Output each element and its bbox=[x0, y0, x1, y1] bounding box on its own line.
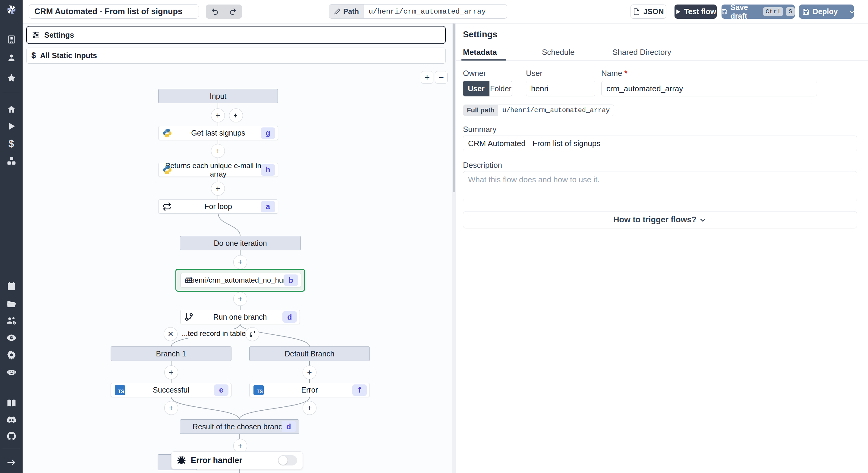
remove-branch-button[interactable]: ✕ bbox=[164, 327, 178, 341]
folders-icon[interactable] bbox=[0, 298, 23, 310]
add-step-button[interactable]: + bbox=[303, 401, 316, 415]
trigger-zap-button[interactable] bbox=[229, 108, 243, 122]
undo-button[interactable] bbox=[206, 4, 224, 19]
name-label: Name * bbox=[601, 69, 627, 78]
owner-label: Owner bbox=[463, 69, 486, 78]
node-branch-result[interactable]: Result of the chosen branch d bbox=[180, 419, 299, 434]
name-input[interactable] bbox=[601, 81, 817, 96]
add-step-button[interactable]: + bbox=[233, 255, 247, 269]
tab-metadata[interactable]: Metadata bbox=[463, 48, 497, 57]
error-handler-toggle[interactable] bbox=[278, 455, 297, 466]
save-icon bbox=[802, 8, 809, 15]
error-handler-card[interactable]: Error handler bbox=[171, 451, 303, 469]
path-value[interactable]: u/henri/crm_automated_array bbox=[364, 4, 491, 19]
node-do-one-iteration[interactable]: Do one iteration bbox=[180, 236, 301, 250]
step-id-badge: h bbox=[261, 164, 275, 176]
node-error[interactable]: TS Error f bbox=[249, 383, 370, 397]
workers-robot-icon[interactable] bbox=[0, 366, 23, 378]
required-asterisk: * bbox=[624, 69, 627, 78]
git-branch-icon bbox=[184, 312, 193, 321]
add-step-button[interactable]: + bbox=[164, 366, 178, 379]
deploy-button[interactable]: Deploy bbox=[798, 4, 842, 19]
add-step-button[interactable]: + bbox=[164, 401, 178, 415]
audit-eye-icon[interactable] bbox=[0, 332, 23, 344]
variables-dollar-icon[interactable]: $ bbox=[0, 137, 23, 150]
redo-button[interactable] bbox=[224, 4, 242, 19]
branch-condition-label: ...ted record in table' bbox=[179, 329, 250, 338]
flow-editor-panel: Settings $ All Static Inputs + − Input + bbox=[23, 24, 452, 473]
node-default-branch[interactable]: Default Branch bbox=[249, 346, 370, 361]
typescript-icon: TS bbox=[253, 385, 264, 395]
kbd-ctrl: Ctrl bbox=[763, 7, 783, 16]
owner-folder-option[interactable]: Folder bbox=[490, 81, 513, 96]
docs-book-icon[interactable] bbox=[0, 397, 23, 409]
chevron-down-icon bbox=[699, 216, 707, 224]
node-for-loop[interactable]: For loop a bbox=[158, 199, 278, 214]
step-id-badge: e bbox=[214, 384, 228, 396]
step-id-badge: d bbox=[281, 421, 296, 432]
discord-icon[interactable] bbox=[0, 414, 23, 426]
workspace-icon[interactable] bbox=[0, 33, 23, 45]
node-returns-emails[interactable]: Returns each unique e-mail in an array h bbox=[158, 163, 278, 177]
toggle-knob bbox=[278, 456, 287, 465]
python-icon bbox=[162, 165, 172, 175]
branch-plus-icon bbox=[249, 330, 256, 338]
node-branch-1[interactable]: Branch 1 bbox=[111, 346, 231, 361]
path-field[interactable]: Path u/henri/crm_automated_array bbox=[329, 4, 507, 19]
left-sidebar: $ bbox=[0, 0, 23, 473]
scrollbar-thumb[interactable] bbox=[453, 24, 455, 192]
add-step-button[interactable]: + bbox=[211, 144, 225, 158]
node-successful[interactable]: TS Successful e bbox=[111, 383, 231, 397]
user-label: User bbox=[526, 69, 542, 78]
step-id-badge: a bbox=[261, 201, 275, 212]
deploy-dropdown-button[interactable] bbox=[849, 4, 855, 19]
file-json-icon bbox=[633, 8, 640, 15]
add-step-button[interactable]: + bbox=[211, 108, 225, 122]
node-run-one-branch[interactable]: Run one branch d bbox=[180, 310, 300, 324]
github-icon[interactable] bbox=[0, 430, 23, 442]
bug-icon bbox=[177, 456, 186, 465]
node-input[interactable]: Input bbox=[158, 89, 278, 103]
pencil-icon bbox=[334, 8, 341, 15]
flow-title-input[interactable] bbox=[29, 4, 199, 19]
description-label: Description bbox=[463, 161, 502, 170]
runs-play-icon[interactable] bbox=[0, 120, 23, 132]
settings-gear-icon[interactable] bbox=[0, 349, 23, 361]
schedules-calendar-icon[interactable] bbox=[0, 281, 23, 292]
home-icon[interactable] bbox=[0, 103, 23, 116]
full-path-value: u/henri/crm_automated_array bbox=[498, 105, 614, 116]
tab-shared-directory[interactable]: Shared Directory bbox=[613, 48, 671, 57]
menu-icon bbox=[185, 276, 193, 284]
error-handler-label: Error handler bbox=[191, 456, 242, 465]
resources-cubes-icon[interactable] bbox=[0, 155, 23, 167]
node-subflow[interactable]: u/henri/crm_automated_no_human b bbox=[181, 273, 301, 287]
user-icon[interactable] bbox=[0, 52, 23, 64]
summary-input[interactable] bbox=[463, 135, 857, 151]
rail-divider bbox=[2, 93, 20, 93]
full-path-field: Full path u/henri/crm_automated_array bbox=[463, 104, 614, 116]
add-step-button[interactable]: + bbox=[211, 182, 225, 195]
description-textarea[interactable] bbox=[463, 171, 857, 201]
active-tab-underline bbox=[461, 59, 506, 61]
how-to-trigger-button[interactable]: How to trigger flows? bbox=[463, 211, 857, 228]
add-branch-button[interactable] bbox=[245, 327, 259, 341]
add-step-button[interactable]: + bbox=[233, 292, 247, 306]
step-id-badge: b bbox=[284, 275, 298, 286]
favorites-star-icon[interactable] bbox=[0, 72, 23, 84]
json-button[interactable]: JSON bbox=[630, 4, 666, 19]
tab-schedule[interactable]: Schedule bbox=[542, 48, 575, 57]
typescript-icon: TS bbox=[115, 385, 125, 395]
node-get-last-signups[interactable]: Get last signups g bbox=[158, 126, 278, 140]
owner-user-option[interactable]: User bbox=[463, 81, 490, 96]
panel-divider-scrollbar[interactable] bbox=[452, 24, 456, 473]
add-step-button[interactable]: + bbox=[303, 366, 316, 379]
windmill-logo[interactable] bbox=[0, 4, 23, 16]
user-input[interactable] bbox=[526, 81, 595, 96]
full-path-label: Full path bbox=[463, 105, 498, 116]
test-flow-button[interactable]: Test flow bbox=[675, 4, 717, 19]
add-step-button[interactable]: + bbox=[233, 439, 247, 453]
settings-panel: Settings Metadata Schedule Shared Direct… bbox=[456, 24, 868, 473]
collapse-arrow-icon[interactable] bbox=[0, 456, 23, 469]
groups-icon[interactable] bbox=[0, 315, 23, 326]
save-draft-button[interactable]: Save draft Ctrl S bbox=[721, 4, 795, 19]
